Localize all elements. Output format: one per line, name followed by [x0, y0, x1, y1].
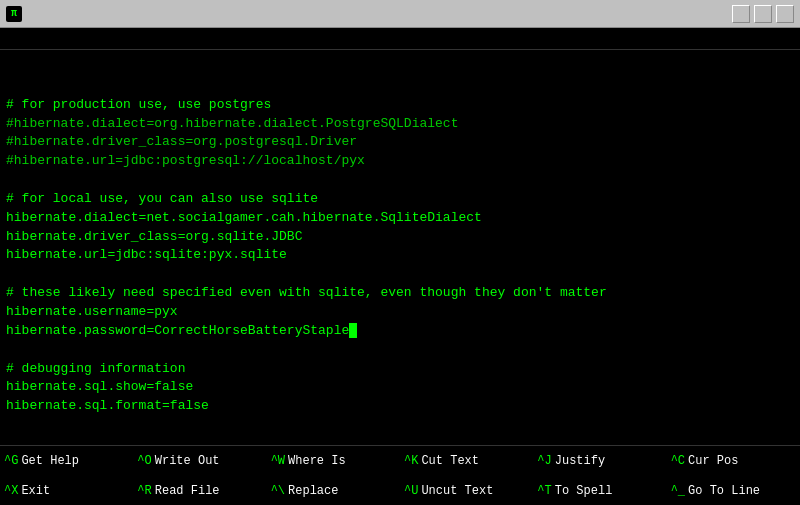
editor-line: hibernate.sql.format=false: [6, 397, 794, 416]
shortcut-item: ^_ Go To Line: [667, 476, 800, 505]
shortcut-item: ^W Where Is: [267, 446, 400, 476]
close-button[interactable]: [776, 5, 794, 23]
editor-line: hibernate.password=CorrectHorseBatterySt…: [6, 322, 794, 341]
titlebar: π: [0, 0, 800, 28]
shortcut-label: Replace: [288, 484, 338, 498]
editor-line: #hibernate.url=jdbc:postgresql://localho…: [6, 152, 794, 171]
editor-area[interactable]: # for production use, use postgres#hiber…: [0, 50, 800, 445]
shortcut-label: Write Out: [155, 454, 220, 468]
editor-line: #hibernate.dialect=org.hibernate.dialect…: [6, 115, 794, 134]
shortcut-item: ^X Exit: [0, 476, 133, 505]
shortcut-key: ^U: [404, 484, 418, 498]
shortcut-item: ^\ Replace: [267, 476, 400, 505]
minimize-button[interactable]: [732, 5, 750, 23]
shortcut-label: Go To Line: [688, 484, 760, 498]
shortcut-item: ^U Uncut Text: [400, 476, 533, 505]
maximize-button[interactable]: [754, 5, 772, 23]
shortcut-item: ^G Get Help: [0, 446, 133, 476]
shortcut-label: Exit: [21, 484, 50, 498]
editor-line: [6, 77, 794, 96]
shortcut-label: Cut Text: [421, 454, 479, 468]
shortcut-item: ^T To Spell: [533, 476, 666, 505]
titlebar-left: π: [6, 6, 28, 22]
shortcut-key: ^_: [671, 484, 685, 498]
shortcut-key: ^X: [4, 484, 18, 498]
shortcut-key: ^O: [137, 454, 151, 468]
shortcut-key: ^R: [137, 484, 151, 498]
editor-line: # debugging information: [6, 360, 794, 379]
shortcut-label: Justify: [555, 454, 605, 468]
editor-line: #hibernate.driver_class=org.postgresql.D…: [6, 133, 794, 152]
shortcut-key: ^T: [537, 484, 551, 498]
shortcut-key: ^W: [271, 454, 285, 468]
terminal-icon: π: [6, 6, 22, 22]
editor-line: hibernate.dialect=net.socialgamer.cah.hi…: [6, 209, 794, 228]
shortcut-item: ^O Write Out: [133, 446, 266, 476]
editor-line: [6, 58, 794, 77]
editor-line: [6, 341, 794, 360]
shortcut-label: Where Is: [288, 454, 346, 468]
shortcut-item: ^K Cut Text: [400, 446, 533, 476]
shortcut-label: To Spell: [555, 484, 613, 498]
shortcut-label: Uncut Text: [421, 484, 493, 498]
shortcut-bar: ^G Get Help ^O Write Out ^W Where Is ^K …: [0, 445, 800, 505]
editor-line: # for local use, you can also use sqlite: [6, 190, 794, 209]
shortcut-key: ^C: [671, 454, 685, 468]
shortcut-key: ^G: [4, 454, 18, 468]
editor-line: # these likely need specified even with …: [6, 284, 794, 303]
shortcut-item: ^C Cur Pos: [667, 446, 800, 476]
editor-line: hibernate.driver_class=org.sqlite.JDBC: [6, 228, 794, 247]
editor-line: [6, 171, 794, 190]
shortcut-label: Read File: [155, 484, 220, 498]
shortcut-key: ^\: [271, 484, 285, 498]
shortcut-label: Cur Pos: [688, 454, 738, 468]
shortcut-item: ^R Read File: [133, 476, 266, 505]
shortcut-key: ^J: [537, 454, 551, 468]
editor-line: hibernate.username=pyx: [6, 303, 794, 322]
text-cursor: [349, 323, 357, 338]
editor-line: hibernate.sql.show=false: [6, 378, 794, 397]
editor-line: # for production use, use postgres: [6, 96, 794, 115]
nano-header: [0, 28, 800, 50]
shortcut-item: ^J Justify: [533, 446, 666, 476]
window-controls[interactable]: [732, 5, 794, 23]
shortcut-label: Get Help: [21, 454, 79, 468]
shortcut-key: ^K: [404, 454, 418, 468]
editor-line: hibernate.url=jdbc:sqlite:pyx.sqlite: [6, 246, 794, 265]
editor-line: [6, 265, 794, 284]
